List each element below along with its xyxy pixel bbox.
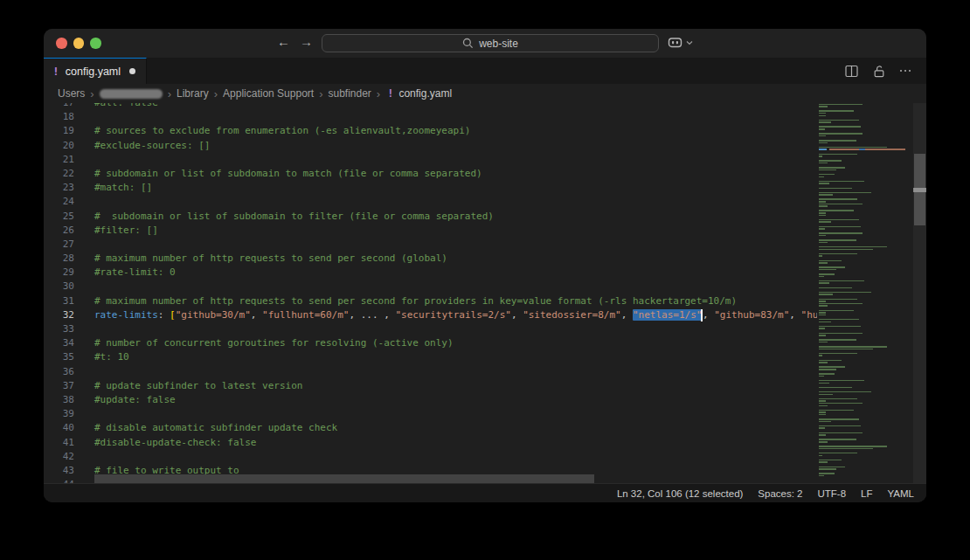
split-editor-icon[interactable] bbox=[845, 65, 858, 78]
breadcrumb-separator: › bbox=[168, 88, 171, 100]
minimap[interactable] bbox=[817, 103, 913, 483]
overview-ruler-cursor-marker bbox=[913, 188, 926, 192]
code-text: #update: false bbox=[94, 393, 176, 407]
code-line-42[interactable]: 42 bbox=[44, 450, 817, 464]
breadcrumb-item-config-yaml[interactable]: !config.yaml bbox=[385, 87, 452, 100]
search-icon bbox=[462, 38, 474, 49]
breadcrumb-separator: › bbox=[377, 88, 380, 100]
code-line-39[interactable]: 39 bbox=[44, 407, 817, 421]
search-value: web-site bbox=[479, 38, 518, 50]
line-number: 17 bbox=[44, 103, 74, 110]
breadcrumb-item-redacted-user[interactable] bbox=[100, 89, 163, 99]
editor-actions bbox=[845, 58, 927, 84]
copilot-icon bbox=[668, 36, 682, 49]
status-indentation[interactable]: Spaces: 2 bbox=[758, 488, 802, 499]
line-number: 27 bbox=[44, 238, 74, 252]
code-text: rate-limits: ["github=30/m", "fullhunt=6… bbox=[94, 308, 817, 322]
line-number: 23 bbox=[44, 181, 74, 195]
line-number: 26 bbox=[44, 224, 74, 238]
line-number: 40 bbox=[44, 421, 74, 435]
back-button[interactable]: ← bbox=[277, 34, 290, 49]
code-line-22[interactable]: 22# subdomain or list of subdomain to ma… bbox=[44, 167, 817, 181]
code-text: # maximum number of http requests to sen… bbox=[94, 252, 447, 266]
more-actions-icon[interactable] bbox=[900, 70, 911, 73]
code-line-23[interactable]: 23#match: [] bbox=[44, 181, 817, 195]
command-center-search[interactable]: web-site bbox=[322, 34, 659, 52]
breadcrumb-label: Application Support bbox=[223, 87, 314, 100]
breadcrumb-item-library[interactable]: Library bbox=[177, 87, 209, 100]
code-line-21[interactable]: 21 bbox=[44, 153, 817, 167]
code-line-26[interactable]: 26#filter: [] bbox=[44, 224, 817, 238]
code-line-24[interactable]: 24 bbox=[44, 195, 817, 209]
minimize-window-button[interactable] bbox=[73, 38, 85, 49]
window-controls bbox=[56, 38, 101, 49]
selected-text: "netlas=1/s" bbox=[633, 309, 702, 321]
forward-button[interactable]: → bbox=[300, 34, 313, 49]
modified-indicator bbox=[129, 68, 135, 74]
status-eol[interactable]: LF bbox=[861, 488, 872, 499]
code-line-27[interactable]: 27 bbox=[44, 238, 817, 252]
code-text: #exclude-sources: [] bbox=[94, 139, 210, 153]
line-number: 32 bbox=[44, 308, 74, 322]
horizontal-scrollbar[interactable] bbox=[44, 474, 817, 483]
code-line-35[interactable]: 35#t: 10 bbox=[44, 350, 817, 364]
line-number: 42 bbox=[44, 450, 74, 464]
line-number: 20 bbox=[44, 139, 74, 153]
code-line-25[interactable]: 25# subdomain or list of subdomain to fi… bbox=[44, 210, 817, 224]
code-text: #match: [] bbox=[94, 181, 152, 195]
yaml-file-icon: ! bbox=[52, 65, 59, 78]
breadcrumb-label: Users bbox=[58, 87, 85, 100]
code-line-18[interactable]: 18 bbox=[44, 110, 817, 124]
code-line-34[interactable]: 34# number of concurrent goroutines for … bbox=[44, 336, 817, 350]
code-line-19[interactable]: 19# sources to exclude from enumeration … bbox=[44, 124, 817, 138]
status-language-mode[interactable]: YAML bbox=[888, 488, 914, 499]
horizontal-scrollbar-thumb[interactable] bbox=[94, 474, 594, 483]
line-number: 34 bbox=[44, 336, 74, 350]
tab-bar: ! config.yaml bbox=[44, 58, 926, 84]
line-number: 30 bbox=[44, 280, 74, 294]
code-line-41[interactable]: 41#disable-update-check: false bbox=[44, 436, 817, 450]
code-text: # maximum number of http requests to sen… bbox=[94, 294, 737, 308]
editor-pane[interactable]: 17#all: false1819# sources to exclude fr… bbox=[44, 103, 926, 483]
code-line-28[interactable]: 28# maximum number of http requests to s… bbox=[44, 252, 817, 266]
code-lines: 17#all: false1819# sources to exclude fr… bbox=[44, 103, 817, 483]
line-number: 35 bbox=[44, 350, 74, 364]
code-line-36[interactable]: 36 bbox=[44, 365, 817, 379]
unlock-icon[interactable] bbox=[873, 65, 885, 78]
code-line-30[interactable]: 30 bbox=[44, 280, 817, 294]
code-text: #rate-limit: 0 bbox=[94, 266, 176, 280]
close-window-button[interactable] bbox=[56, 38, 67, 49]
code-text: #filter: [] bbox=[94, 224, 158, 238]
line-number: 22 bbox=[44, 167, 74, 181]
copilot-button[interactable] bbox=[668, 36, 693, 49]
line-number: 38 bbox=[44, 393, 74, 407]
breadcrumb-separator: › bbox=[90, 88, 94, 100]
status-cursor-position[interactable]: Ln 32, Col 106 (12 selected) bbox=[617, 488, 743, 499]
code-line-20[interactable]: 20#exclude-sources: [] bbox=[44, 139, 817, 153]
code-line-33[interactable]: 33 bbox=[44, 322, 817, 336]
line-number: 25 bbox=[44, 210, 74, 224]
breadcrumb: Users››Library›Application Support›subfi… bbox=[44, 84, 926, 103]
code-line-17[interactable]: 17#all: false bbox=[44, 103, 817, 110]
tab-config-yaml[interactable]: ! config.yaml bbox=[44, 58, 147, 84]
breadcrumb-item-subfinder[interactable]: subfinder bbox=[328, 87, 371, 100]
breadcrumb-item-users[interactable]: Users bbox=[58, 87, 85, 100]
code-line-29[interactable]: 29#rate-limit: 0 bbox=[44, 266, 817, 280]
code-line-31[interactable]: 31# maximum number of http requests to s… bbox=[44, 294, 817, 308]
status-encoding[interactable]: UTF-8 bbox=[818, 488, 847, 499]
yaml-file-icon: ! bbox=[387, 87, 393, 100]
code-text: # disable automatic subfinder update che… bbox=[94, 421, 337, 435]
code-line-37[interactable]: 37# update subfinder to latest version bbox=[44, 379, 817, 393]
code-line-40[interactable]: 40# disable automatic subfinder update c… bbox=[44, 421, 817, 435]
tab-label: config.yaml bbox=[66, 66, 121, 78]
code-line-38[interactable]: 38#update: false bbox=[44, 393, 817, 407]
zoom-window-button[interactable] bbox=[90, 38, 101, 49]
breadcrumb-item-application-support[interactable]: Application Support bbox=[223, 87, 314, 100]
line-number: 29 bbox=[44, 266, 74, 280]
code-text: # sources to exclude from enumeration (-… bbox=[94, 124, 470, 138]
breadcrumb-separator: › bbox=[319, 88, 322, 100]
line-number: 36 bbox=[44, 365, 74, 379]
vertical-scrollbar[interactable] bbox=[913, 103, 926, 483]
line-number: 31 bbox=[44, 294, 74, 308]
code-line-32[interactable]: 32rate-limits: ["github=30/m", "fullhunt… bbox=[44, 308, 817, 322]
